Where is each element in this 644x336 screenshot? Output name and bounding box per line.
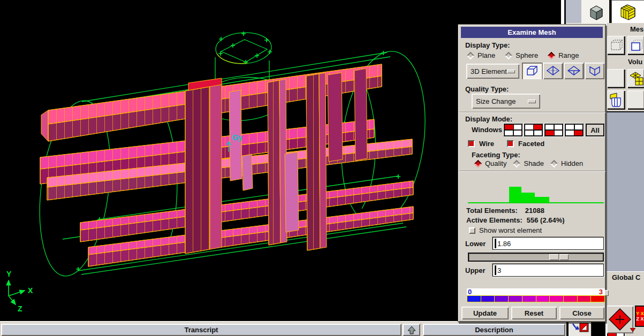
description-bar[interactable]: Description — [423, 324, 565, 336]
show-worst-checkbox[interactable]: Show worst element — [469, 226, 542, 234]
axis-z-label: Z — [18, 304, 22, 313]
windows-all-button[interactable]: All — [586, 124, 604, 136]
lower-slider[interactable] — [468, 253, 604, 262]
dropdown-arrow-icon[interactable] — [630, 328, 635, 332]
colorbar-segment — [495, 296, 509, 302]
colorbar-segment — [550, 296, 564, 302]
faceting-radios: Quality Shade Hidden — [475, 159, 583, 167]
checkbox-icon — [507, 140, 514, 147]
axis-x-label: X — [28, 286, 33, 295]
pointer-arrow-icon — [572, 322, 589, 334]
red-quadrant — [545, 130, 554, 135]
flag-sheet-icon — [609, 93, 623, 108]
volume-tool-2-button[interactable] — [627, 69, 644, 88]
volume-tool-1-button[interactable] — [607, 69, 625, 88]
volume-tool-4-button[interactable] — [627, 90, 644, 110]
tet-element-button[interactable] — [543, 63, 563, 79]
colorbar-segment — [536, 296, 550, 302]
text-caret — [495, 265, 496, 275]
reset-button[interactable]: Reset — [511, 307, 557, 319]
global-axis-button[interactable] — [607, 306, 633, 333]
colorbar-segment — [522, 296, 536, 302]
view-orientation-button[interactable]: Y X Z X — [635, 306, 644, 327]
lower-input[interactable] — [493, 237, 604, 250]
outline-cube-icon — [630, 39, 643, 52]
zx-label: Z X — [636, 316, 643, 322]
upper-input[interactable] — [493, 264, 604, 277]
dashed-cube-icon — [610, 40, 623, 51]
radio-diamond-icon — [513, 159, 520, 167]
element-type-menu[interactable]: 3D Element — [466, 64, 519, 79]
radio-hidden[interactable]: Hidden — [551, 159, 583, 167]
tet2-element-icon — [567, 65, 581, 77]
faceted-checkbox[interactable]: Faceted — [507, 140, 544, 148]
separator — [459, 171, 605, 172]
checkbox-icon — [469, 227, 475, 234]
radio-sphere[interactable]: Sphere — [506, 51, 538, 59]
colorbar-segment — [509, 296, 522, 302]
wedge-element-icon — [588, 65, 602, 77]
radio-plane[interactable]: Plane — [468, 51, 495, 59]
tet2-element-button[interactable] — [564, 63, 584, 79]
hex-element-button[interactable] — [522, 63, 542, 79]
colorbar-segment — [467, 296, 481, 302]
quality-type-menu[interactable]: Size Change — [472, 94, 540, 109]
yellow-mesh-icon — [629, 71, 644, 86]
lower-field-wrap — [493, 237, 604, 250]
lower-label: Lower — [465, 240, 486, 248]
radio-range[interactable]: Range — [549, 51, 579, 59]
svg-text:Gy: Gy — [232, 133, 243, 142]
right-sidebar: Mes Volu — [605, 23, 644, 336]
histogram-baseline — [468, 202, 604, 203]
window-br-button[interactable] — [565, 124, 584, 136]
colorbar-segment — [591, 296, 604, 302]
option-menu-indicator — [507, 70, 515, 73]
radio-quality[interactable]: Quality — [475, 159, 506, 167]
axis-triad: Y X Z — [6, 270, 33, 313]
bottom-bar: Transcript Description — [0, 321, 566, 336]
radio-diamond-icon — [548, 51, 555, 59]
colorbar-segment — [564, 296, 578, 302]
red-quadrant — [534, 125, 542, 130]
solid-cube-icon — [587, 4, 605, 21]
radio-shade[interactable]: Shade — [514, 159, 544, 167]
radio-diamond-icon — [467, 51, 474, 59]
wire-checkbox[interactable]: Wire — [468, 140, 494, 148]
update-button[interactable]: Update — [461, 307, 509, 319]
volume-tool-3-button[interactable] — [607, 90, 625, 110]
colorbar-labels: 0 3 — [467, 288, 605, 295]
active-elements-row: Active Elements: 556 (2.64%) — [466, 216, 565, 224]
element-shape-buttons — [522, 63, 604, 79]
colorbar-segment — [578, 296, 592, 302]
yx-label: Y X — [636, 311, 643, 316]
dialog-title-bar[interactable]: Examine Mesh — [461, 27, 603, 38]
display-mode-label: Display Mode: — [465, 115, 512, 123]
mesh-tool-solid-button[interactable] — [627, 36, 644, 55]
mesh-tool-hidden-button[interactable] — [607, 36, 625, 55]
display-type-radios: Plane Sphere Range — [468, 51, 579, 59]
upper-label: Upper — [465, 266, 486, 274]
upper-field-wrap — [493, 264, 604, 277]
radio-diamond-icon — [474, 159, 482, 167]
option-menu-indicator — [528, 100, 536, 103]
colorbar-segment — [481, 296, 495, 302]
wedge-element-button[interactable] — [585, 63, 604, 79]
separator — [459, 112, 605, 113]
mesh-view-button[interactable] — [611, 0, 644, 23]
lower-slider-handle[interactable] — [549, 254, 569, 260]
tet-element-icon — [546, 65, 560, 77]
shaded-view-button[interactable] — [584, 2, 609, 23]
window-tr-button[interactable] — [524, 124, 543, 136]
total-elements-row: Total Elements: 21088 — [466, 207, 544, 215]
select-tool-button[interactable] — [569, 320, 592, 336]
colorbar-max-label: 3 — [599, 288, 603, 296]
radio-diamond-icon — [505, 51, 512, 59]
transcript-bar[interactable]: Transcript — [1, 324, 401, 336]
window-tl-button[interactable] — [504, 124, 522, 136]
expand-transcript-button[interactable] — [403, 324, 420, 336]
quality-type-label: Quality Type: — [465, 85, 509, 93]
close-button[interactable]: Close — [559, 307, 604, 319]
top-toolbar — [561, 0, 644, 24]
window-bl-button[interactable] — [544, 124, 563, 136]
panel-strip — [566, 0, 581, 23]
